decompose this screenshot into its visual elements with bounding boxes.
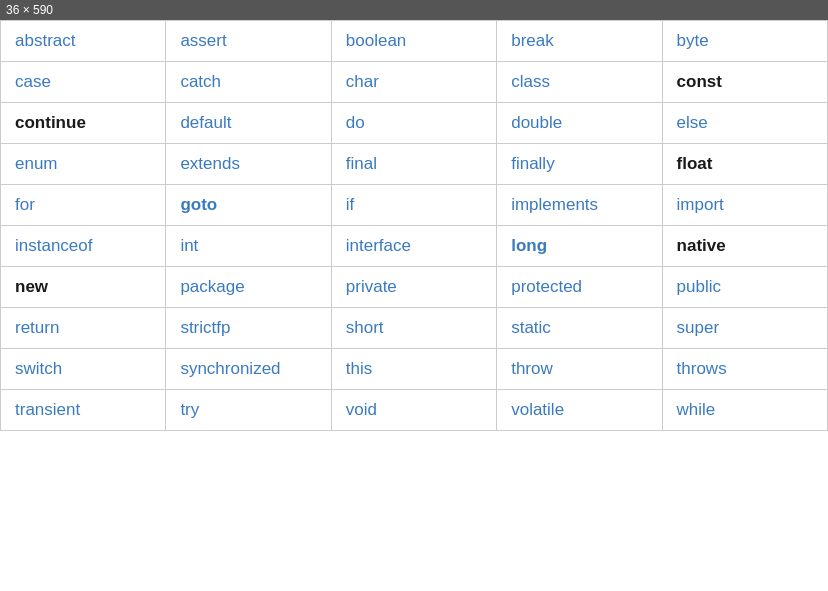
keyword-cell: int [166,226,331,267]
keyword-cell: case [1,62,166,103]
keyword-cell: package [166,267,331,308]
keyword-cell: continue [1,103,166,144]
keyword-cell: goto [166,185,331,226]
keyword-cell: class [497,62,662,103]
keyword-cell: synchronized [166,349,331,390]
keyword-cell: default [166,103,331,144]
keyword-cell: do [331,103,496,144]
keyword-cell: switch [1,349,166,390]
keyword-cell: throws [662,349,827,390]
keyword-cell: return [1,308,166,349]
keyword-cell: throw [497,349,662,390]
keywords-table: abstractassertbooleanbreakbytecasecatchc… [0,20,828,431]
keyword-cell: if [331,185,496,226]
keyword-cell: instanceof [1,226,166,267]
keyword-cell: extends [166,144,331,185]
title-bar: 36 × 590 [0,0,828,20]
keyword-cell: const [662,62,827,103]
keyword-cell: abstract [1,21,166,62]
keyword-cell: strictfp [166,308,331,349]
keyword-cell: try [166,390,331,431]
keyword-cell: static [497,308,662,349]
keyword-cell: catch [166,62,331,103]
keyword-cell: interface [331,226,496,267]
keyword-cell: native [662,226,827,267]
keyword-cell: super [662,308,827,349]
keyword-cell: byte [662,21,827,62]
keyword-cell: new [1,267,166,308]
keyword-cell: else [662,103,827,144]
keyword-cell: for [1,185,166,226]
keyword-cell: finally [497,144,662,185]
keyword-cell: while [662,390,827,431]
keyword-cell: private [331,267,496,308]
keyword-cell: this [331,349,496,390]
keyword-cell: assert [166,21,331,62]
keyword-cell: protected [497,267,662,308]
keyword-cell: break [497,21,662,62]
keyword-cell: double [497,103,662,144]
keyword-cell: implements [497,185,662,226]
keyword-cell: public [662,267,827,308]
keyword-cell: boolean [331,21,496,62]
keyword-cell: short [331,308,496,349]
keyword-cell: char [331,62,496,103]
keyword-cell: import [662,185,827,226]
keyword-cell: void [331,390,496,431]
keyword-cell: float [662,144,827,185]
title-bar-text: 36 × 590 [6,3,53,17]
keyword-cell: final [331,144,496,185]
keyword-cell: volatile [497,390,662,431]
keyword-cell: transient [1,390,166,431]
keyword-cell: long [497,226,662,267]
keyword-cell: enum [1,144,166,185]
